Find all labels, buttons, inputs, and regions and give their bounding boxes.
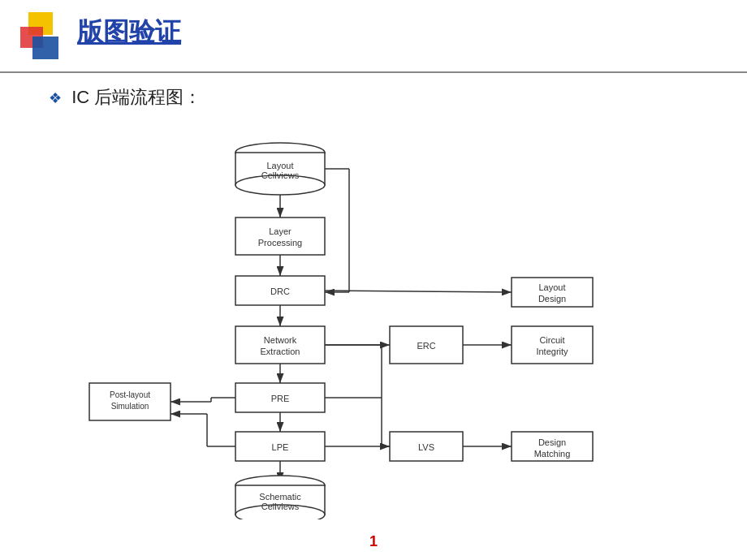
svg-text:Simulation: Simulation — [111, 402, 149, 411]
svg-text:Processing: Processing — [258, 238, 302, 248]
erc-label: ERC — [417, 341, 435, 351]
svg-rect-27 — [512, 326, 593, 364]
design-matching-label: Design — [538, 437, 566, 447]
pre-label: PRE — [271, 394, 290, 403]
post-layout-label: Post-layout — [110, 390, 150, 399]
logo — [16, 12, 73, 61]
drc-label: DRC — [270, 286, 290, 296]
page-title: 版图验证 — [77, 15, 181, 50]
bullet-icon: ❖ — [49, 90, 62, 106]
layer-processing-label: Layer — [269, 226, 291, 236]
lpe-label: LPE — [272, 442, 289, 452]
flowchart: Layout Cellviews Layer Processing DRC Ne… — [81, 122, 666, 519]
header-divider — [0, 71, 747, 73]
svg-line-33 — [325, 291, 512, 292]
page-number: 1 — [369, 533, 378, 550]
header: 版图验证 — [0, 0, 747, 73]
svg-text:Cellviews: Cellviews — [261, 170, 300, 180]
logo-blue — [32, 37, 58, 59]
network-extraction-label: Network — [264, 335, 297, 345]
svg-text:Matching: Matching — [534, 449, 571, 459]
svg-rect-12 — [235, 326, 325, 364]
schematic-cellviews-label: Schematic — [259, 492, 301, 502]
svg-text:Integrity: Integrity — [536, 347, 568, 356]
svg-text:Extraction: Extraction — [261, 347, 300, 356]
flowchart-svg: Layout Cellviews Layer Processing DRC Ne… — [81, 122, 666, 519]
subtitle-text: IC 后端流程图： — [71, 87, 201, 107]
layout-cellviews-label: Layout — [266, 161, 293, 170]
svg-text:Design: Design — [538, 294, 566, 304]
svg-rect-7 — [235, 218, 325, 255]
lvs-label: LVS — [418, 442, 434, 452]
circuit-integrity-label: Circuit — [539, 335, 564, 345]
svg-text:Cellviews: Cellviews — [261, 502, 300, 511]
subtitle: ❖ IC 后端流程图： — [49, 85, 201, 110]
layout-design-label: Layout — [538, 282, 565, 292]
